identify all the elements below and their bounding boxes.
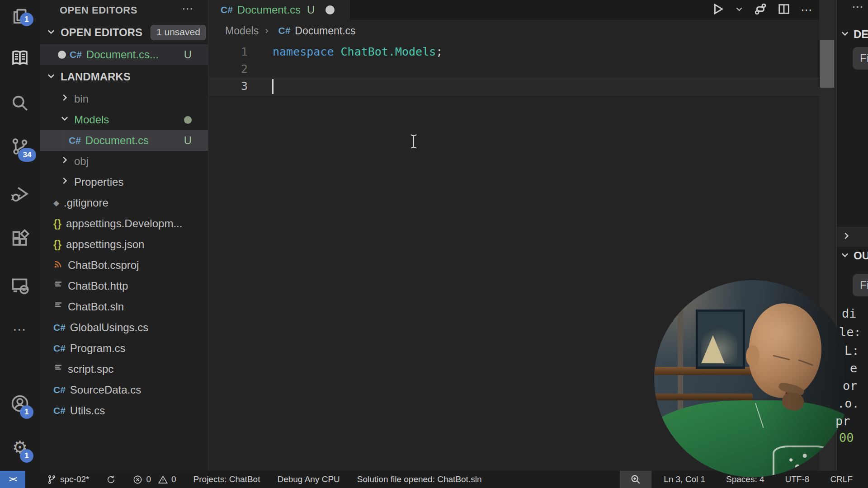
indent-guide <box>63 130 64 151</box>
git-untracked-decoration: U <box>307 4 315 16</box>
csproj-icon <box>53 259 63 272</box>
tree-item-bin[interactable]: bin <box>40 89 208 109</box>
lit-tree-decor <box>701 335 725 363</box>
text-file-icon <box>53 363 63 375</box>
chevron-down-icon <box>840 250 850 262</box>
csharp-icon: C# <box>70 49 82 60</box>
text-file-icon <box>53 300 63 313</box>
debug-config-item[interactable]: Debug Any CPU <box>277 474 340 484</box>
webcam-overlay <box>654 280 851 477</box>
folder-section-header[interactable]: LANDMARKS <box>40 67 208 87</box>
tree-item-chatbot-csproj[interactable]: ChatBot.csproj <box>40 255 208 276</box>
breadcrumb-file[interactable]: Document.cs <box>295 25 355 37</box>
git-untracked-decoration: U <box>184 48 192 61</box>
remote-explorer-icon[interactable] <box>0 269 40 302</box>
tree-item-program-cs[interactable]: C# Program.cs <box>40 338 208 359</box>
tab-document-cs[interactable]: C# Document.cs U <box>209 0 351 20</box>
current-line-highlight <box>209 78 819 95</box>
clipped-code-fragment: le: <box>839 325 861 339</box>
open-editors-section-header[interactable]: OPEN EDITORS 1 unsaved <box>40 23 208 42</box>
clipped-code-fragment: e <box>850 361 857 375</box>
csharp-icon: C# <box>53 322 66 333</box>
tree-item-gitignore[interactable]: ◆ .gitignore <box>40 192 208 213</box>
source-control-icon[interactable]: 34 <box>0 130 40 163</box>
more-actions-icon[interactable]: ⋯ <box>801 3 813 17</box>
status-left-group: spc-02* 0 0 Projects: ChatBot Debug Any … <box>47 471 481 488</box>
chevron-right-icon <box>841 231 851 243</box>
panel-section-header-1[interactable]: DEB <box>840 28 868 41</box>
split-editor-icon[interactable] <box>777 2 791 18</box>
zoom-status-button[interactable] <box>620 471 651 488</box>
csharp-icon: C# <box>53 385 66 395</box>
tree-item-obj[interactable]: obj <box>40 151 208 172</box>
tree-item-utils-cs[interactable]: C# Utils.cs <box>40 400 208 421</box>
csharp-icon: C# <box>278 25 290 36</box>
tree-item-appsettings-json[interactable]: {} appsettings.json <box>40 234 208 255</box>
activity-bar: 1 34 ⋯ 1 ⚙ 1 <box>0 0 40 471</box>
editor-tab-strip: C# Document.cs U ⋯ <box>209 0 819 20</box>
line-number-active: 3 <box>209 78 248 95</box>
eol-item[interactable]: CRLF <box>830 474 853 484</box>
explorer-icon[interactable]: 1 <box>0 0 40 33</box>
accounts-icon[interactable]: 1 <box>0 387 40 420</box>
panel-collapsed-row[interactable] <box>837 227 868 247</box>
clipped-code-fragment: pr <box>835 414 850 428</box>
chevron-down-icon <box>60 113 70 126</box>
scrollbar-thumb[interactable] <box>820 40 834 88</box>
unsaved-dot-icon <box>58 51 66 59</box>
breadcrumb: Models › C# Document.cs <box>209 20 819 42</box>
line-number: 1 <box>209 43 248 61</box>
solution-status-item: Solution file opened: ChatBot.sln <box>357 474 482 484</box>
tree-item-appsettings-development[interactable]: {} appsettings.Developm... <box>40 213 208 234</box>
sidebar-pane-header: OPEN EDITORS ⋯ <box>40 0 208 21</box>
tree-item-chatbot-http[interactable]: ChatBot.http <box>40 276 208 296</box>
panel-filter-button-1[interactable]: Fil <box>853 47 868 70</box>
tree-item-properties[interactable]: Properties <box>40 172 208 192</box>
settings-gear-icon[interactable]: ⚙ 1 <box>0 431 40 464</box>
more-actions-icon[interactable]: ⋯ <box>852 0 863 14</box>
line-col-item[interactable]: Ln 3, Col 1 <box>664 474 705 484</box>
editor-actions: ⋯ <box>711 0 813 20</box>
git-untracked-decoration: U <box>184 134 192 147</box>
extensions-icon[interactable] <box>0 222 40 255</box>
tree-item-document-cs[interactable]: C# Document.cs U <box>40 130 208 151</box>
wood-shelf <box>654 394 753 401</box>
run-debug-icon[interactable] <box>0 177 40 210</box>
book-icon[interactable] <box>0 42 40 74</box>
search-icon[interactable] <box>0 87 40 119</box>
tree-item-models[interactable]: Models <box>40 109 208 130</box>
panel-filter-button-2[interactable]: Fil <box>853 274 868 296</box>
remote-indicator[interactable]: >< <box>0 471 25 488</box>
projects-item[interactable]: Projects: ChatBot <box>193 474 260 484</box>
tree-item-globalusings-cs[interactable]: C# GlobalUsings.cs <box>40 317 208 338</box>
tree-item-chatbot-sln[interactable]: ChatBot.sln <box>40 296 208 317</box>
clipped-code-fragment: .o. <box>837 396 859 410</box>
sync-item[interactable] <box>106 475 116 484</box>
encoding-item[interactable]: UTF-8 <box>785 474 810 484</box>
panel-section-header-2[interactable]: OUT <box>840 249 868 262</box>
chevron-right-icon <box>60 176 70 188</box>
unsaved-count-badge: 1 unsaved <box>151 25 206 40</box>
settings-badge: 1 <box>20 449 33 463</box>
branch-icon <box>47 475 57 484</box>
open-editor-item-document[interactable]: C# Document.cs... U <box>40 44 208 65</box>
git-branch-item[interactable]: spc-02* <box>47 474 89 484</box>
chevron-right-icon <box>60 93 70 105</box>
tree-item-script-spc[interactable]: script.spc <box>40 359 208 380</box>
chevron-down-icon[interactable] <box>735 5 744 15</box>
more-actions-icon[interactable]: ⋯ <box>0 313 40 345</box>
chevron-down-icon <box>46 27 56 38</box>
chevron-right-icon <box>60 155 70 168</box>
modified-dot-icon <box>184 116 192 124</box>
chevron-down-icon <box>840 28 850 40</box>
vscode-window: 1 34 ⋯ 1 ⚙ 1 <box>0 0 868 488</box>
breadcrumb-folder[interactable]: Models <box>225 25 259 37</box>
open-changes-icon[interactable] <box>754 2 767 18</box>
unsaved-dot-icon[interactable] <box>326 5 335 14</box>
pane-more-icon[interactable]: ⋯ <box>182 2 193 16</box>
chevron-right-icon: › <box>265 25 268 37</box>
tree-item-sourcedata-cs[interactable]: C# SourceData.cs <box>40 380 208 400</box>
problems-item[interactable]: 0 0 <box>133 474 176 484</box>
run-icon[interactable] <box>711 2 725 18</box>
clipped-code-fragment: 00 <box>839 431 854 445</box>
